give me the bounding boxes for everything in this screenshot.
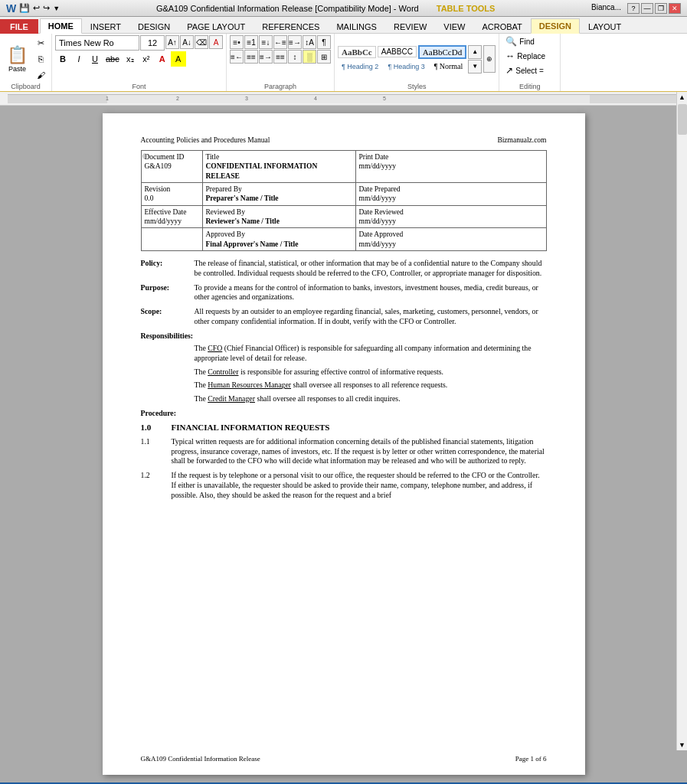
underline-button[interactable]: U <box>87 51 103 67</box>
resp3-underline: Human Resources Manager <box>208 381 291 389</box>
scroll-down-button[interactable]: ▼ <box>679 741 685 749</box>
styles-scroll-down[interactable]: ▼ <box>468 60 482 74</box>
tab-page-layout[interactable]: PAGE LAYOUT <box>178 19 254 34</box>
prepared-by-cell: Prepared By Preparer's Name / Title <box>202 183 355 206</box>
policy-section: Policy: The release of financial, statis… <box>141 259 547 278</box>
date-reviewed-value: mm/dd/yyyy <box>359 217 543 226</box>
tab-references[interactable]: REFERENCES <box>254 19 328 34</box>
format-painter-button[interactable]: 🖌 <box>33 67 48 83</box>
clear-format-button[interactable]: ⌫ <box>195 35 208 49</box>
shading-button[interactable]: ░ <box>303 50 316 64</box>
tab-layout[interactable]: LAYOUT <box>580 19 630 34</box>
align-center-button[interactable]: ≡≡ <box>244 50 258 64</box>
doc-id-label: Document ID <box>145 152 199 162</box>
tab-review[interactable]: REVIEW <box>385 19 435 34</box>
section11: 1.1 Typical written requests are for add… <box>141 437 547 466</box>
help-button[interactable]: ? <box>627 3 640 14</box>
tab-view[interactable]: VIEW <box>435 19 473 34</box>
replace-button[interactable]: ↔ Replace <box>502 50 548 63</box>
doc-id-cell: Document ID G&A109 <box>141 151 202 183</box>
home-ribbon: 📋 Paste ✂ ⎘ 🖌 Clipboard A↑ A↓ ⌫ A <box>0 34 687 92</box>
increase-indent-button[interactable]: ≡→ <box>288 35 302 49</box>
font-grow-button[interactable]: A↑ <box>165 35 179 49</box>
style-aabbcc2[interactable]: AABBCC <box>378 46 417 57</box>
quick-access-undo[interactable]: ↩ <box>33 3 40 13</box>
sort-button[interactable]: ↕A <box>303 35 316 49</box>
show-hide-button[interactable]: ¶ <box>317 35 331 49</box>
italic-button[interactable]: I <box>71 51 87 67</box>
style-heading3[interactable]: ¶ Heading 3 <box>384 61 428 72</box>
font-name-input[interactable] <box>55 35 139 51</box>
clipboard-secondary: ✂ ⎘ 🖌 <box>33 35 48 83</box>
styles-row1: AaBbCc AABBCC AaBbCcDd ▲ <box>338 45 482 59</box>
approved-by-cell: Approved By Final Approver's Name / Titl… <box>202 228 355 251</box>
numbering-button[interactable]: ≡1 <box>244 35 258 49</box>
line-spacing-button[interactable]: ↕ <box>288 50 302 64</box>
tab-file[interactable]: FILE <box>0 19 38 34</box>
copy-button[interactable]: ⎘ <box>33 51 48 67</box>
styles-scroll-up[interactable]: ▲ <box>468 45 482 59</box>
date-prepared-label: Date Prepared <box>359 185 543 194</box>
quick-access-redo[interactable]: ↪ <box>43 3 50 13</box>
strikethrough-button[interactable]: abc <box>103 51 122 67</box>
style-aabbccdd[interactable]: AaBbCcDd <box>418 45 466 59</box>
window-title: G&A109 Confidential Information Release … <box>60 4 591 13</box>
styles-group: AaBbCc AABBCC AaBbCcDd ▲ ¶ Heading 2 ¶ H… <box>335 34 499 91</box>
paragraph-group: ≡• ≡1 ≡↓ ←≡ ≡→ ↕A ¶ ≡← ≡≡ ≡→ ≡≡ ↕ ░ ⊞ Pa… <box>227 34 335 91</box>
font-row2: B I U abc x₂ x² A A <box>55 51 186 67</box>
scrollbar-vertical[interactable]: ▲ ▼ <box>676 106 687 750</box>
text-color-button[interactable]: A <box>155 51 170 67</box>
close-button[interactable]: ✕ <box>669 3 681 14</box>
borders-button[interactable]: ⊞ <box>317 50 331 64</box>
date-reviewed-label: Date Reviewed <box>359 207 543 217</box>
quick-access-save[interactable]: 💾 <box>19 3 30 13</box>
tab-design[interactable]: DESIGN <box>129 19 178 34</box>
cut-button[interactable]: ✂ <box>33 35 48 51</box>
resp2: The Controller is responsible for assuri… <box>195 368 547 377</box>
justify-button[interactable]: ≡≡ <box>273 50 287 64</box>
superscript-button[interactable]: x² <box>139 51 154 67</box>
font-group-label: Font <box>55 83 223 91</box>
section12-num: 1.2 <box>141 471 172 500</box>
resp4-underline: Credit Manager <box>208 394 255 403</box>
select-button[interactable]: ↗ Select = <box>502 64 546 77</box>
style-normal[interactable]: ¶ Normal <box>430 60 467 72</box>
table-expand-icon[interactable]: ⊕ <box>142 152 148 160</box>
header-left: Accounting Policies and Procedures Manua… <box>141 136 270 144</box>
quick-access-more[interactable]: ▼ <box>53 5 60 12</box>
align-right-button[interactable]: ≡→ <box>259 50 273 64</box>
scroll-thumb[interactable] <box>678 106 687 135</box>
effective-date-cell: Effective Date mm/dd/yyyy <box>141 205 202 228</box>
replace-label: Replace <box>517 52 545 60</box>
subscript-button[interactable]: x₂ <box>123 51 138 67</box>
section11-num: 1.1 <box>141 437 172 466</box>
align-left-button[interactable]: ≡← <box>230 50 244 64</box>
replace-icon: ↔ <box>505 51 515 62</box>
paste-button[interactable]: 📋 Paste <box>3 43 31 75</box>
purpose-section: Purpose: To provide a means for the cont… <box>141 283 547 302</box>
tab-mailings[interactable]: MAILINGS <box>328 19 385 34</box>
tab-insert[interactable]: INSERT <box>82 19 129 34</box>
section1-title: FINANCIAL INFORMATION REQUESTS <box>172 422 547 433</box>
section11-text: Typical written requests are for additio… <box>172 437 547 466</box>
highlight-button[interactable]: A <box>171 51 186 67</box>
minimize-button[interactable]: — <box>641 3 653 14</box>
bold-button[interactable]: B <box>55 51 70 67</box>
responsibilities-header: Responsibilities: <box>141 332 547 341</box>
decrease-indent-button[interactable]: ←≡ <box>273 35 287 49</box>
tab-acrobat[interactable]: ACROBAT <box>473 19 530 34</box>
find-button[interactable]: 🔍 Find <box>502 35 537 48</box>
procedure-header: Procedure: <box>141 409 547 419</box>
bullets-button[interactable]: ≡• <box>230 35 244 49</box>
prepared-by-value: Preparer's Name / Title <box>206 194 352 203</box>
multilevel-button[interactable]: ≡↓ <box>259 35 273 49</box>
style-aabbcc[interactable]: AaBbCc <box>338 46 376 58</box>
tab-design2[interactable]: DESIGN <box>531 18 580 34</box>
tab-home[interactable]: HOME <box>40 18 82 34</box>
styles-expand[interactable]: ⊕ <box>483 45 496 73</box>
font-size-input[interactable] <box>140 35 165 51</box>
text-effects-button[interactable]: A <box>209 35 223 49</box>
restore-button[interactable]: ❐ <box>655 3 667 14</box>
font-shrink-button[interactable]: A↓ <box>180 35 194 49</box>
style-heading2[interactable]: ¶ Heading 2 <box>338 61 382 72</box>
